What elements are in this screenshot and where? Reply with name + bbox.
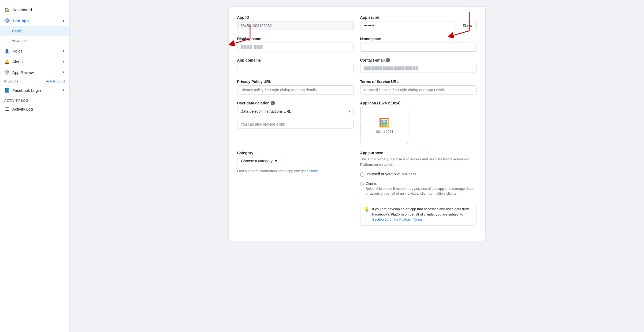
chevron-up-icon: ▲ (62, 19, 65, 22)
app-secret-input[interactable] (360, 21, 456, 30)
sidebar-item-activity-log[interactable]: ☰ Activity Log (0, 104, 69, 114)
sidebar-app-review-label: App Review (12, 70, 34, 75)
radio-yourself-input[interactable] (360, 172, 364, 177)
app-id-input[interactable] (237, 21, 354, 30)
app-secret-label: App secret (360, 15, 477, 20)
clients-option-label: Clients (366, 182, 477, 186)
sidebar-dashboard-label: Dashboard (12, 7, 32, 12)
sidebar-item-settings[interactable]: ⚙️ Settings ▲ (0, 15, 69, 26)
sidebar-item-roles[interactable]: 👤 Roles ▼ (0, 46, 69, 56)
choose-category-label: Choose a category (241, 159, 273, 163)
bell-icon: 🔔 (4, 59, 10, 64)
app-icon-label: App icon (1024 x 1024) (360, 101, 477, 105)
app-purpose-label: App purpose (360, 151, 477, 155)
home-icon: 🏠 (4, 7, 10, 12)
app-icon-upload[interactable]: 🖼️ 1024 x 1024 (360, 107, 408, 144)
lightbulb-icon: 💡 (364, 207, 370, 213)
sidebar-item-alerts[interactable]: 🔔 Alerts ▼ (0, 56, 69, 67)
chevron-down-icon-alerts: ▼ (62, 60, 65, 63)
data-deletion-select[interactable]: Data deletion instructions URL (237, 107, 354, 116)
category-label: Category (237, 151, 354, 155)
group-privacy-policy: Privacy Policy URL (237, 80, 354, 95)
chevron-down-icon: ▼ (62, 49, 65, 53)
sidebar: 🏠 Dashboard ⚙️ Settings ▲ Basic Advanced… (0, 0, 70, 332)
chevron-down-icon-review: ▼ (62, 70, 65, 74)
app-purpose-desc: This app's primary purpose is to access … (360, 157, 477, 167)
row-app-id-secret: App ID App secret Show (237, 15, 477, 30)
app-id-label: App ID (237, 15, 354, 20)
terms-of-service-input[interactable] (360, 85, 477, 95)
settings-card: App ID App secret Show Display name Name… (228, 6, 486, 241)
sidebar-facebook-login-label: Facebook Login (12, 88, 41, 93)
choose-category-button[interactable]: Choose a category ▼ (237, 157, 282, 165)
group-app-purpose: App purpose This app's primary purpose i… (360, 151, 477, 226)
sidebar-item-app-review[interactable]: 🛡️ App Review ▼ (0, 67, 69, 78)
radio-clients-input[interactable] (360, 182, 364, 186)
data-deletion-select-wrapper: Data deletion instructions URL ▼ (237, 107, 354, 116)
chevron-down-icon-fb: ▼ (62, 88, 65, 92)
group-category: Category Choose a category ▼ Find out mo… (237, 151, 354, 173)
sidebar-alerts-label: Alerts (12, 59, 23, 64)
info-box: 💡 If you are developing an app that acce… (360, 203, 477, 226)
sidebar-item-basic[interactable]: Basic (0, 26, 69, 36)
sidebar-basic-label: Basic (12, 29, 22, 33)
main-content: App ID App secret Show Display name Name… (70, 0, 644, 332)
clients-sublabel: Select this option if the primary purpos… (366, 186, 477, 196)
category-chevron-icon: ▼ (274, 159, 278, 163)
row-display-namespace: Display name Namespace (237, 37, 477, 52)
info-box-text: If you are developing an app that access… (372, 206, 473, 222)
list-icon: ☰ (4, 106, 10, 112)
yourself-option-label: Yourself or your own business (367, 172, 416, 176)
group-app-icon: App icon (1024 x 1024) 🖼️ 1024 x 1024 (360, 101, 477, 144)
group-namespace: Namespace (360, 37, 477, 52)
group-terms-of-service: Terms of Service URL (360, 80, 477, 95)
data-deletion-link-input[interactable] (237, 120, 354, 129)
group-display-name: Display name (237, 37, 354, 52)
terms-of-service-label: Terms of Service URL (360, 80, 477, 84)
privacy-policy-input[interactable] (237, 85, 354, 95)
app-icon-size-label: 1024 x 1024 (375, 130, 393, 134)
products-label: Products (4, 80, 18, 83)
app-domains-input[interactable] (237, 64, 354, 73)
group-contact-email: Contact email i (360, 58, 477, 73)
namespace-input[interactable] (360, 43, 477, 52)
sidebar-activity-log-label: Activity Log (12, 107, 33, 111)
row-category-purpose: Category Choose a category ▼ Find out mo… (237, 151, 477, 226)
radio-yourself[interactable]: Yourself or your own business (360, 172, 477, 177)
add-product-link[interactable]: Add Product (46, 79, 65, 83)
contact-email-info-icon: i (386, 58, 390, 62)
row-domains-email: App domains Contact email i (237, 58, 477, 73)
sidebar-item-advanced[interactable]: Advanced (0, 36, 69, 46)
info-box-main-text: If you are developing an app that access… (372, 207, 469, 216)
user-data-deletion-label: User data deletion i (237, 101, 354, 105)
row-privacy-terms: Privacy Policy URL Terms of Service URL (237, 80, 477, 95)
sidebar-settings-label: Settings (13, 18, 29, 23)
sidebar-item-dashboard[interactable]: 🏠 Dashboard (0, 4, 69, 15)
activity-log-section-label: Activity Log (0, 96, 69, 104)
category-info: Find out more information about app cate… (237, 169, 354, 173)
sidebar-advanced-label: Advanced (12, 39, 28, 43)
group-app-secret: App secret Show (360, 15, 477, 30)
display-name-label: Display name (237, 37, 354, 41)
category-info-text: Find out more information about app cate… (237, 169, 310, 173)
display-name-input[interactable] (237, 43, 354, 51)
sidebar-item-facebook-login[interactable]: 📘 Facebook Login ▼ (0, 85, 69, 96)
radio-clients[interactable]: Clients Select this option if the primar… (360, 182, 477, 196)
group-app-id: App ID (237, 15, 354, 30)
contact-email-input[interactable] (360, 64, 477, 73)
gear-icon: ⚙️ (4, 18, 10, 24)
facebook-icon: 📘 (4, 88, 10, 93)
privacy-policy-label: Privacy Policy URL (237, 80, 354, 84)
user-data-deletion-info-icon: i (271, 101, 275, 105)
contact-email-label: Contact email i (360, 58, 477, 62)
secret-row: Show (360, 21, 477, 30)
category-info-link[interactable]: here (311, 169, 318, 173)
products-row: Products Add Product (0, 78, 69, 85)
roles-icon: 👤 (4, 48, 10, 54)
app-domains-label: App domains (237, 58, 354, 62)
platform-terms-link[interactable]: Section 5b of the Platform Terms. (372, 217, 424, 221)
sidebar-roles-label: Roles (12, 49, 23, 53)
group-app-domains: App domains (237, 58, 354, 73)
image-upload-icon: 🖼️ (379, 118, 390, 128)
show-secret-button[interactable]: Show (458, 21, 477, 30)
